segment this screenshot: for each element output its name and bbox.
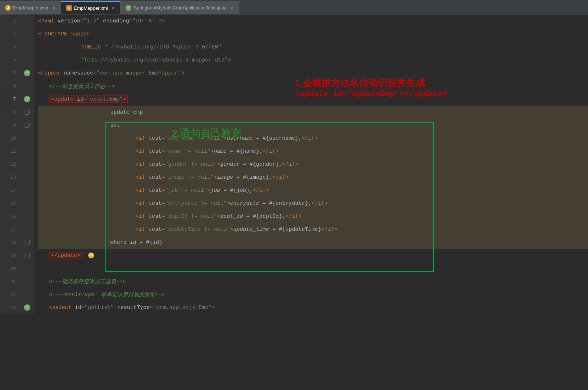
gutter: 🌱 🌱 ▽ ▽ ▽ ▽ 🌱 bbox=[20, 14, 34, 314]
code-l3-public: PUBLIC bbox=[81, 44, 104, 50]
line-num-11: 11 bbox=[0, 145, 20, 158]
line-num-21: 21 bbox=[0, 275, 20, 288]
code-l15-varname: entrydate bbox=[230, 200, 259, 207]
gutter-16 bbox=[20, 210, 34, 223]
code-l9-set: set bbox=[110, 122, 120, 128]
gutter-22 bbox=[20, 288, 34, 301]
code-l12-varname: gender bbox=[220, 161, 240, 168]
spring-gutter-icon-7[interactable]: 🌱 bbox=[24, 96, 30, 102]
code-l21-comment: <!--动态条件查询员工信息--> bbox=[49, 278, 126, 285]
tab-springtest[interactable]: 🌱 SpringbootMybatisCrudApplicationTests.… bbox=[120, 1, 239, 14]
java-icon: J bbox=[5, 5, 11, 11]
tab-springtest-label: SpringbootMybatisCrudApplicationTests.ja… bbox=[133, 5, 226, 10]
line-num-3: 3 bbox=[0, 41, 20, 54]
code-l1-eq2: = bbox=[129, 18, 132, 24]
gutter-18: ▽ bbox=[20, 236, 34, 249]
code-line-13: <if test="image != null">image = #{image… bbox=[38, 171, 588, 184]
annotation-line1: 1.会根据方法名自动识别并生成 bbox=[295, 77, 447, 89]
tab-springtest-close[interactable]: ✕ bbox=[230, 5, 234, 10]
gutter-19: ▽ bbox=[20, 249, 34, 262]
spring-gutter-icon-23[interactable]: 🌱 bbox=[24, 304, 30, 311]
code-l5-ns-attr: namespace bbox=[64, 70, 93, 76]
tab-empxml-label: EmpMapper.xml bbox=[74, 5, 108, 11]
gutter-11 bbox=[20, 145, 34, 158]
tab-empxml-close[interactable]: ✕ bbox=[111, 5, 115, 10]
line-num-2: 2 bbox=[0, 27, 20, 41]
code-l1-enc-val: "UTF-8" bbox=[132, 18, 155, 24]
gutter-13 bbox=[20, 171, 34, 184]
code-l1-decl: <?xml bbox=[38, 18, 57, 24]
gutter-3 bbox=[20, 41, 34, 54]
code-l6-comment: <!--动态更新员工信息--> bbox=[49, 83, 115, 90]
gutter-17 bbox=[20, 223, 34, 236]
code-line-15: <if test="entrydate != null">entrydate =… bbox=[38, 197, 588, 210]
code-l5-ns-val: "com.app.mapper.EmpMapper" bbox=[97, 70, 181, 76]
line-num-10: 10 bbox=[0, 132, 20, 145]
code-l3-str: "-//mybatis.org//DTD Mapper 3.0//EN" bbox=[104, 44, 221, 50]
line-num-14: 14 bbox=[0, 184, 20, 197]
gutter-7: 🌱 bbox=[20, 93, 34, 106]
gutter-9: ▽ bbox=[20, 119, 34, 132]
gutter-6 bbox=[20, 80, 34, 93]
code-l4-gt: > bbox=[228, 57, 231, 63]
tab-bar: J EmpMapper.java ✕ X EmpMapper.xml ✕ 🌱 S… bbox=[0, 0, 588, 14]
gutter-23: 🌱 bbox=[20, 301, 34, 314]
gutter-4 bbox=[20, 54, 34, 67]
code-l1-ver-attr: version bbox=[57, 18, 80, 24]
gutter-10 bbox=[20, 132, 34, 145]
code-l5-eq: = bbox=[93, 70, 97, 76]
spring-gutter-icon-5[interactable]: 🌱 bbox=[24, 70, 30, 76]
code-l1-eq1: = bbox=[80, 18, 84, 24]
line-num-1: 1 bbox=[0, 14, 20, 27]
gutter-21 bbox=[20, 275, 34, 288]
code-line-4: "http://mybatis.org/dtd/mybatis-3-mapper… bbox=[38, 54, 588, 67]
arrow-icon-9[interactable]: ▽ bbox=[25, 123, 30, 128]
code-l1-enc-attr: encoding bbox=[100, 18, 129, 24]
code-l7-update-tag: <update id="updateEmp"> bbox=[49, 96, 128, 103]
tab-empjava[interactable]: J EmpMapper.java ✕ bbox=[0, 1, 61, 14]
code-l19-close-tag: </update> bbox=[49, 252, 82, 259]
code-l8-update: update emp bbox=[110, 109, 143, 115]
code-content: 1.会根据方法名自动识别并生成 <update id="updateEmp"><… bbox=[34, 14, 588, 314]
tab-empjava-label: EmpMapper.java bbox=[13, 5, 48, 10]
arrow-icon-18[interactable]: ▽ bbox=[25, 240, 30, 245]
line-num-15: 15 bbox=[0, 197, 20, 210]
gutter-14 bbox=[20, 184, 34, 197]
line-num-20: 20 bbox=[0, 262, 20, 275]
line-num-5: 5 bbox=[0, 67, 20, 80]
code-l13-varname: image bbox=[217, 174, 233, 181]
code-line-14: <if test="job != null">job = #{job},</if… bbox=[38, 184, 588, 197]
gutter-20 bbox=[20, 262, 34, 275]
code-line-20 bbox=[38, 262, 588, 275]
code-l18-id: id bbox=[130, 239, 136, 246]
annotation-line2: <update id="updateEmp"></update> bbox=[295, 89, 447, 98]
code-line-18: where id = #{id} bbox=[38, 236, 588, 249]
tab-empjava-close[interactable]: ✕ bbox=[52, 5, 56, 10]
spring-icon: 🌱 bbox=[125, 5, 131, 11]
code-l16-varname: dept_id bbox=[220, 213, 243, 220]
line-num-6: 6 bbox=[0, 80, 20, 93]
arrow-icon-19[interactable]: ▽ bbox=[25, 253, 30, 258]
code-line-1: <?xml version="1.0" encoding="UTF-8" ?> bbox=[38, 14, 588, 27]
gutter-12 bbox=[20, 158, 34, 171]
tab-empxml[interactable]: X EmpMapper.xml ✕ bbox=[61, 1, 121, 14]
code-l18-where: where bbox=[110, 239, 130, 246]
code-line-16: <if test="deptId != null">dept_id = #{de… bbox=[38, 210, 588, 223]
code-line-23: <select id="getList" resultType="com.app… bbox=[38, 301, 588, 314]
editor-area: 1 2 3 4 5 6 7 8 9 10 11 12 13 14 15 16 1… bbox=[0, 14, 588, 314]
line-num-22: 22 bbox=[0, 288, 20, 301]
line-num-19: 19 bbox=[0, 249, 20, 262]
code-l22-comment: <!--resultType: 单条记录所封装的类型--> bbox=[49, 291, 165, 298]
bulb-icon-19[interactable]: 💡 bbox=[88, 253, 94, 258]
arrow-icon-8[interactable]: ▽ bbox=[25, 110, 30, 115]
code-l17-varname: update_time bbox=[233, 226, 269, 233]
gutter-5: 🌱 bbox=[20, 67, 34, 80]
code-line-17: <if test="updateTime != null">update_tim… bbox=[38, 223, 588, 236]
line-num-8: 8 bbox=[0, 106, 20, 119]
line-num-18: 18 bbox=[0, 236, 20, 249]
gutter-8: ▽ bbox=[20, 106, 34, 119]
code-l4-str: "http://mybatis.org/dtd/mybatis-3-mapper… bbox=[81, 57, 228, 63]
line-num-7: 7 bbox=[0, 93, 20, 106]
code-line-11: <if test="name != null">name = #{name},<… bbox=[38, 145, 588, 158]
code-line-9: set bbox=[38, 119, 588, 132]
